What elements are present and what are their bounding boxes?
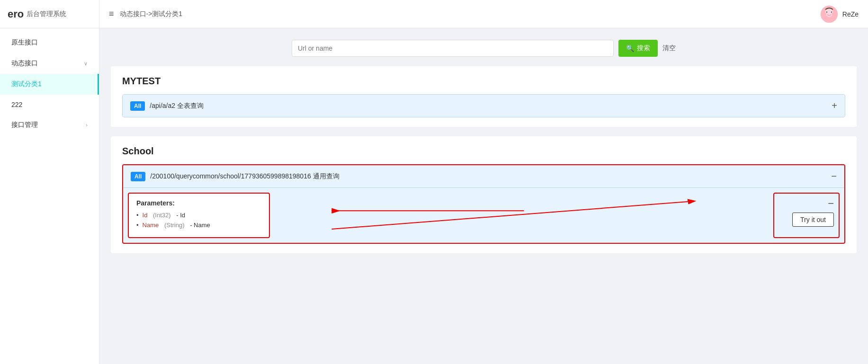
- try-it-button[interactable]: Try it out: [792, 213, 834, 227]
- logo-area: ero 后台管理系统: [0, 0, 99, 28]
- collapse-icon-school[interactable]: −: [831, 171, 837, 182]
- api-row-header-school[interactable]: All /200100/querycommon/school/177936059…: [123, 165, 844, 188]
- param-type-name: (String): [164, 222, 185, 229]
- collapse-button[interactable]: −: [828, 198, 834, 209]
- sidebar-item-dynamic-api[interactable]: 动态接口 ∨: [0, 53, 99, 74]
- api-row-school-0: All /200100/querycommon/school/177936059…: [122, 164, 845, 244]
- param-item-name: Name (String) - Name: [136, 222, 261, 229]
- search-icon: 🔍: [626, 44, 634, 52]
- logo-prefix: ero: [8, 8, 24, 20]
- api-row-header-mytest[interactable]: All /api/a/a2 全表查询 +: [123, 95, 845, 117]
- sidebar-item-222[interactable]: 222: [0, 95, 99, 115]
- username: ReZe: [842, 10, 859, 18]
- param-name-id: Id: [143, 212, 148, 219]
- hamburger-icon[interactable]: ≡: [109, 9, 114, 19]
- group-title-school: School: [122, 146, 845, 157]
- sidebar-item-api-manage[interactable]: 接口管理 ›: [0, 115, 99, 135]
- sidebar-item-label: 动态接口: [11, 59, 38, 68]
- param-desc-id: - Id: [176, 212, 185, 219]
- params-panel: Parameters: Id (Int32) - Id Name (String…: [128, 193, 270, 238]
- method-badge: All: [130, 101, 145, 111]
- method-badge-school: All: [131, 172, 145, 181]
- svg-point-5: [831, 11, 832, 12]
- header: ≡ 动态接口->测试分类1 ReZe: [99, 0, 868, 28]
- search-input[interactable]: [292, 40, 614, 57]
- main-wrap: ≡ 动态接口->测试分类1 ReZe: [99, 0, 868, 364]
- clear-button[interactable]: 清空: [662, 44, 676, 53]
- search-bar: 🔍 搜索 清空: [111, 40, 857, 57]
- content-area: 🔍 搜索 清空 MYTEST All /api/a/a2 全表查询 + Scho…: [99, 28, 868, 364]
- svg-point-7: [831, 13, 833, 14]
- api-group-mytest: MYTEST All /api/a/a2 全表查询 +: [111, 66, 857, 127]
- search-button[interactable]: 🔍 搜索: [618, 40, 658, 57]
- search-btn-label: 搜索: [637, 44, 650, 53]
- param-item-id: Id (Int32) - Id: [136, 212, 261, 219]
- chevron-right-icon: ›: [86, 122, 88, 128]
- sidebar-item-label: 接口管理: [11, 121, 38, 129]
- api-row-mytest-0: All /api/a/a2 全表查询 +: [122, 94, 845, 117]
- api-path-school: /200100/querycommon/school/1779360599898…: [150, 172, 826, 181]
- header-right: ReZe: [821, 6, 859, 23]
- breadcrumb: 动态接口->测试分类1: [120, 10, 183, 18]
- api-group-school: School All /200100/querycommon/school/17…: [111, 136, 857, 253]
- sidebar: ero 后台管理系统 原生接口 动态接口 ∨ 测试分类1 222 接口管理 ›: [0, 0, 99, 364]
- sidebar-item-label: 测试分类1: [11, 80, 42, 89]
- logo-title: 后台管理系统: [27, 10, 66, 18]
- header-left: ≡ 动态接口->测试分类1: [109, 9, 182, 19]
- api-path: /api/a/a2 全表查询: [150, 102, 827, 110]
- svg-point-4: [826, 11, 827, 12]
- arrow-area: [275, 188, 773, 243]
- svg-point-6: [824, 13, 827, 14]
- param-type-id: (Int32): [153, 212, 171, 219]
- avatar: [821, 6, 838, 23]
- group-title-mytest: MYTEST: [122, 76, 845, 87]
- sidebar-item-label: 222: [11, 101, 22, 108]
- api-expand-content: Parameters: Id (Int32) - Id Name (String…: [123, 188, 844, 243]
- svg-line-9: [331, 202, 688, 229]
- try-it-panel: − Try it out: [773, 193, 840, 238]
- expand-icon[interactable]: +: [832, 100, 837, 111]
- sidebar-item-test-cat1[interactable]: 测试分类1: [0, 74, 99, 95]
- param-desc-name: - Name: [190, 222, 210, 229]
- sidebar-menu: 原生接口 动态接口 ∨ 测试分类1 222 接口管理 ›: [0, 28, 99, 364]
- sidebar-item-native-api[interactable]: 原生接口: [0, 32, 99, 53]
- sidebar-item-label: 原生接口: [11, 38, 38, 47]
- chevron-down-icon: ∨: [84, 61, 88, 67]
- params-label: Parameters:: [136, 199, 261, 207]
- param-name-name: Name: [143, 222, 159, 229]
